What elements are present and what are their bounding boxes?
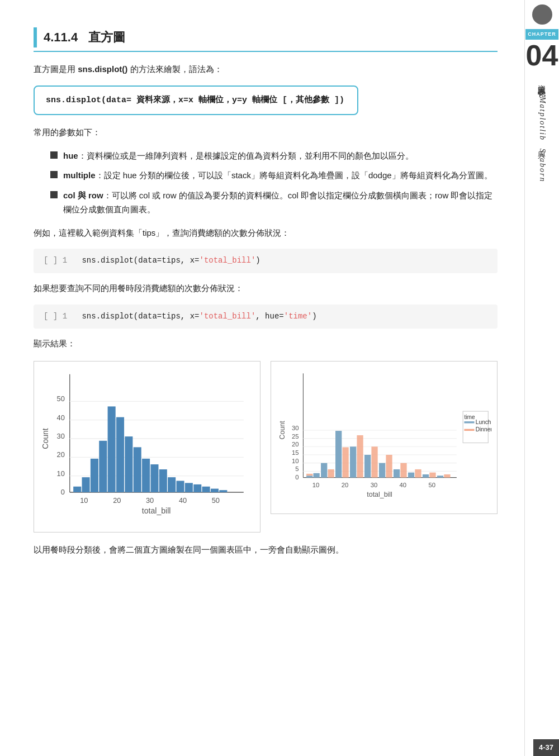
code2-prefix: sns.displot(data=tips, x= [82,312,199,321]
code2-string1: 'total_bill' [199,312,255,321]
svg-rect-28 [142,459,150,492]
bracket-open-2: [ ] [44,312,58,321]
svg-text:Count: Count [41,428,50,449]
bullet-hue [50,151,58,159]
svg-rect-34 [193,484,201,492]
param-col-row: col 與 row：可以將 col 或 row 的值設為要分類的資料欄位。col… [50,188,498,217]
param-multiple-name: multiple [63,170,96,180]
svg-rect-71 [379,463,385,478]
svg-rect-75 [408,473,414,478]
param-hue-desc: ：資料欄位或是一維陣列資料，是根據設定的值為資料分類，並利用不同的顏色加以區分。 [78,151,414,160]
svg-rect-24 [108,406,116,492]
svg-rect-29 [150,464,158,492]
intro-paragraph: 直方圖是用 sns.displot() 的方法來繪製，語法為： [34,62,498,77]
syntax-code-text: sns.displot(data= 資料來源，x=x 軸欄位，y=y 軸欄位 [… [46,96,344,105]
intro-text-suffix: 的方法來繪製，語法為： [127,64,222,74]
svg-text:40: 40 [179,496,187,505]
svg-rect-20 [73,487,81,492]
svg-rect-35 [202,487,210,492]
param-multiple-desc: ：設定 hue 分類的欄位後，可以設「stack」將每組資料化為堆疊圖，設「do… [96,170,492,180]
svg-rect-26 [125,436,132,492]
svg-text:total_bill: total_bill [142,506,171,515]
svg-rect-22 [91,459,98,492]
svg-rect-33 [185,483,193,492]
outro-paragraph: 以用餐時段分類後，會將二個直方圖繪製在同一個圖表區中，一旁會自動顯示圖例。 [34,543,498,557]
svg-rect-83 [464,421,474,423]
chapter-label: CHAPTER [525,29,558,40]
svg-text:10: 10 [57,469,65,478]
example1-intro: 例如，這裡載入範例資料集「tips」，查詢消費總額的次數分佈狀況： [34,226,498,240]
example2-intro: 如果想要查詢不同的用餐時段消費總額的次數分佈狀況： [34,281,498,296]
charts-area: 0 10 20 30 40 50 10 20 30 40 [34,361,498,532]
svg-text:Lunch: Lunch [476,419,491,425]
svg-rect-64 [328,469,334,478]
svg-text:50: 50 [57,394,65,403]
svg-rect-74 [400,463,406,478]
svg-text:20: 20 [57,450,65,459]
title-bar-decoration [34,27,37,47]
svg-text:50: 50 [212,496,220,505]
sidebar-en-seaborn: Seaborn [538,149,547,183]
svg-text:10: 10 [312,482,320,488]
code1-prefix: sns.displot(data=tips, x= [82,256,199,265]
svg-text:15: 15 [292,449,299,456]
chapter-number: 04 [526,41,558,70]
svg-rect-69 [364,455,371,478]
param-hue: hue：資料欄位或是一維陣列資料，是根據設定的值為資料分類，並利用不同的顏色加以… [50,149,498,163]
page-wrapper: 4.11.4 直方圖 直方圖是用 sns.displot() 的方法來繪製，語法… [0,0,559,756]
bracket-open-1: [ ] [44,256,58,265]
svg-rect-76 [415,469,421,478]
svg-rect-37 [219,490,227,492]
svg-text:20: 20 [342,482,349,488]
main-content: 4.11.4 直方圖 直方圖是用 sns.displot() 的方法來繪製，語法… [0,0,524,756]
intro-method-name: sns.displot() [78,64,127,74]
svg-rect-67 [350,446,356,477]
svg-text:30: 30 [292,425,299,431]
svg-text:40: 40 [400,482,407,488]
svg-text:25: 25 [292,433,299,440]
bullet-col-row [50,191,58,198]
svg-text:20: 20 [292,441,299,448]
section-number: 4.11.4 [44,30,78,44]
circle-tab [532,4,552,25]
svg-rect-21 [82,477,90,492]
chart2-svg: 0 5 10 15 20 25 30 10 20 [277,367,491,506]
svg-text:Count: Count [278,421,286,440]
svg-text:5: 5 [295,465,299,472]
svg-rect-63 [321,463,327,478]
svg-rect-62 [306,474,312,476]
svg-rect-85 [464,429,474,431]
code1-string: 'total_bill' [199,256,255,265]
param-col-row-text: col 與 row：可以將 col 或 row 的值設為要分類的資料欄位。col… [63,188,498,217]
syntax-code-box: sns.displot(data= 資料來源，x=x 軸欄位，y=y 軸欄位 [… [34,85,358,116]
svg-rect-77 [423,474,429,478]
params-header: 常用的參數如下： [34,125,498,140]
svg-text:50: 50 [429,482,436,488]
svg-text:0: 0 [295,474,299,481]
svg-rect-65 [335,431,342,478]
param-multiple-text: multiple：設定 hue 分類的欄位後，可以設「stack」將每組資料化為… [63,168,498,183]
section-title-text: 4.11.4 直方圖 [44,27,125,47]
svg-rect-79 [437,476,443,477]
chart1-container: 0 10 20 30 40 50 10 20 30 40 [34,361,260,532]
param-col-row-desc: ：可以將 col 或 row 的值設為要分類的資料欄位。col 即會以指定欄位分… [63,191,492,215]
bullet-multiple [50,171,58,178]
svg-text:20: 20 [113,496,121,505]
svg-rect-61 [314,473,320,478]
svg-rect-66 [342,447,348,477]
svg-text:30: 30 [371,482,378,488]
svg-text:time: time [464,414,475,420]
svg-rect-73 [394,469,400,478]
param-col-row-name: col 與 row [63,191,103,200]
svg-rect-72 [386,455,392,478]
right-sidebar: CHAPTER 04 資訊圖表化： Matplotlib 與 Seaborn 4… [524,0,559,756]
code-block-1: [ ] 1 sns.displot(data=tips, x='total_bi… [34,249,498,273]
sidebar-conjunction: 與 [538,144,547,145]
svg-rect-27 [134,447,141,492]
svg-rect-25 [116,417,124,492]
svg-rect-78 [429,473,435,478]
code2-middle: , hue= [255,312,283,321]
line-num-2: 1 [63,312,67,321]
sidebar-vertical-text: 資訊圖表化： Matplotlib 與 Seaborn [536,79,548,182]
svg-text:Dinner: Dinner [476,426,491,432]
